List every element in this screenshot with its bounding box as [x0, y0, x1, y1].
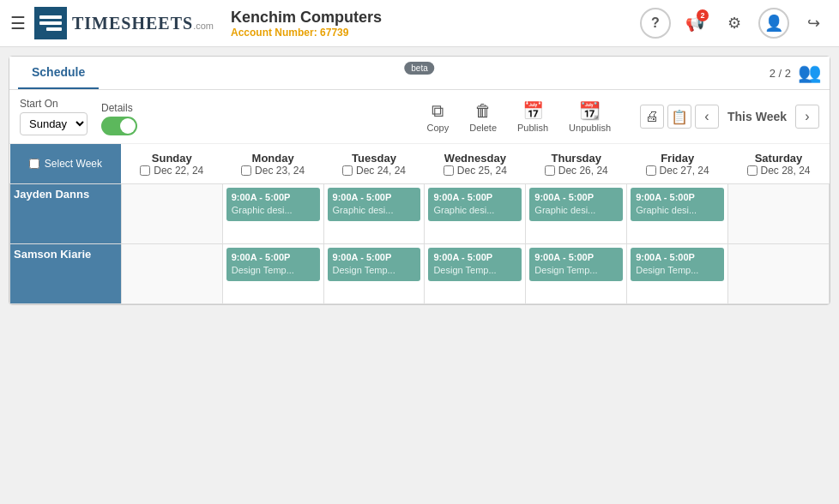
col-thursday: Thursday Dec 26, 24 — [526, 144, 627, 184]
employee-name: Jayden Danns — [10, 184, 122, 244]
tab-right: 2 / 2 👥 — [770, 62, 821, 84]
schedule-table: Select Week Sunday Dec 22, 24 Monday Dec… — [9, 144, 830, 304]
copy-icon: ⧉ — [432, 101, 444, 121]
hamburger-button[interactable]: ☰ — [10, 13, 26, 33]
shift-block[interactable]: 9:00A - 5:00P Graphic desi... — [428, 188, 522, 221]
notification-badge: 2 — [697, 9, 709, 21]
tab-schedule[interactable]: Schedule — [18, 57, 99, 89]
employee-name: Samson Kiarie — [10, 244, 122, 304]
logo-text: TimeSheets.com — [72, 14, 214, 33]
calendar-button[interactable]: 📋 — [667, 105, 691, 129]
shift-block[interactable]: 9:00A - 5:00P Graphic desi... — [226, 188, 320, 221]
tab-header: Schedule beta 2 / 2 👥 — [9, 57, 830, 90]
schedule-card: Schedule beta 2 / 2 👥 Start On Sunday De… — [9, 56, 830, 305]
toolbar-actions: ⧉ Copy 🗑 Delete 📅 Publish 📆 Unpublish — [419, 97, 619, 136]
delete-button[interactable]: 🗑 Delete — [461, 98, 505, 136]
details-label: Details — [101, 102, 137, 114]
shift-cell-monday[interactable]: 9:00A - 5:00P Graphic desi... — [222, 184, 323, 244]
publish-icon: 📅 — [522, 100, 544, 121]
settings-button[interactable]: ⚙ — [719, 8, 750, 39]
trash-icon: 🗑 — [474, 101, 492, 121]
shift-cell-tuesday[interactable]: 9:00A - 5:00P Design Temp... — [323, 244, 425, 304]
help-button[interactable]: ? — [640, 8, 671, 39]
table-row: Samson Kiarie 9:00A - 5:00P Design Temp.… — [10, 244, 830, 304]
shift-block[interactable]: 9:00A - 5:00P Design Temp... — [428, 248, 522, 281]
shift-block[interactable]: 9:00A - 5:00P Design Temp... — [226, 248, 320, 281]
company-info: Kenchim Computers Account Number: 67739 — [231, 9, 640, 39]
shift-cell-saturday[interactable] — [728, 244, 830, 304]
unpublish-icon: 📆 — [579, 100, 601, 121]
start-on-label: Start On — [20, 98, 88, 110]
publish-button[interactable]: 📅 Publish — [509, 97, 557, 136]
start-on-select[interactable]: Sunday — [20, 112, 88, 135]
logout-button[interactable]: ↪ — [798, 8, 829, 39]
toolbar-right: 🖨 📋 ‹ This Week › — [640, 105, 819, 129]
select-week-header: Select Week — [10, 144, 122, 184]
col-friday: Friday Dec 27, 24 — [627, 144, 728, 184]
wednesday-checkbox[interactable] — [444, 165, 454, 176]
shift-block[interactable]: 9:00A - 5:00P Design Temp... — [328, 248, 421, 281]
table-header-row: Select Week Sunday Dec 22, 24 Monday Dec… — [10, 144, 830, 184]
details-toggle[interactable] — [101, 117, 137, 135]
next-week-button[interactable]: › — [795, 105, 819, 129]
toolbar: Start On Sunday Details ⧉ Copy — [9, 90, 830, 144]
col-sunday: Sunday Dec 22, 24 — [121, 144, 222, 184]
toggle-knob — [120, 118, 136, 134]
unpublish-button[interactable]: 📆 Unpublish — [560, 97, 619, 136]
col-monday: Monday Dec 23, 24 — [222, 144, 323, 184]
shift-cell-wednesday[interactable]: 9:00A - 5:00P Design Temp... — [425, 244, 526, 304]
profile-button[interactable]: 👤 — [758, 8, 789, 39]
shift-cell-monday[interactable]: 9:00A - 5:00P Design Temp... — [222, 244, 323, 304]
shift-cell-friday[interactable]: 9:00A - 5:00P Graphic desi... — [627, 184, 728, 244]
start-on-group: Start On Sunday — [20, 98, 88, 135]
account-number: Account Number: 67739 — [231, 27, 640, 39]
shift-block[interactable]: 9:00A - 5:00P Graphic desi... — [631, 188, 724, 221]
table-row: Jayden Danns 9:00A - 5:00P Graphic desi.… — [10, 184, 830, 244]
sunday-checkbox[interactable] — [140, 165, 150, 176]
shift-block[interactable]: 9:00A - 5:00P Graphic desi... — [529, 188, 623, 221]
shift-cell-friday[interactable]: 9:00A - 5:00P Design Temp... — [627, 244, 728, 304]
shift-block[interactable]: 9:00A - 5:00P Design Temp... — [529, 248, 623, 281]
shift-cell-saturday[interactable] — [728, 184, 830, 244]
shift-cell-sunday[interactable] — [121, 184, 222, 244]
col-tuesday: Tuesday Dec 24, 24 — [323, 144, 425, 184]
shift-cell-wednesday[interactable]: 9:00A - 5:00P Graphic desi... — [425, 184, 526, 244]
toolbar-left: Start On Sunday Details — [20, 98, 137, 135]
main-content: Schedule beta 2 / 2 👥 Start On Sunday De… — [0, 47, 839, 314]
copy-button[interactable]: ⧉ Copy — [419, 98, 458, 136]
tuesday-checkbox[interactable] — [342, 165, 353, 176]
group-icon[interactable]: 👥 — [798, 62, 821, 84]
monday-checkbox[interactable] — [241, 165, 251, 176]
shift-block[interactable]: 9:00A - 5:00P Design Temp... — [631, 248, 724, 281]
shift-cell-sunday[interactable] — [121, 244, 222, 304]
company-name: Kenchim Computers — [231, 9, 640, 27]
shift-cell-thursday[interactable]: 9:00A - 5:00P Graphic desi... — [526, 184, 627, 244]
select-week-label: Select Week — [45, 158, 102, 170]
details-group: Details — [101, 102, 137, 135]
prev-week-button[interactable]: ‹ — [695, 105, 719, 129]
header: ☰ TimeSheets.com Kenchim Computers Accou… — [0, 0, 839, 47]
print-button[interactable]: 🖨 — [640, 105, 664, 129]
shift-cell-thursday[interactable]: 9:00A - 5:00P Design Temp... — [526, 244, 627, 304]
shift-block[interactable]: 9:00A - 5:00P Graphic desi... — [328, 188, 421, 221]
beta-badge: beta — [404, 62, 434, 75]
saturday-checkbox[interactable] — [747, 165, 758, 176]
week-label: This Week — [722, 110, 792, 123]
notifications-button[interactable]: 📢 2 — [679, 8, 710, 39]
pagination: 2 / 2 — [770, 67, 791, 80]
header-icons: ? 📢 2 ⚙ 👤 ↪ — [640, 8, 829, 39]
col-saturday: Saturday Dec 28, 24 — [728, 144, 830, 184]
shift-cell-tuesday[interactable]: 9:00A - 5:00P Graphic desi... — [323, 184, 425, 244]
logo: TimeSheets.com — [34, 7, 214, 39]
col-wednesday: Wednesday Dec 25, 24 — [425, 144, 526, 184]
select-week-checkbox[interactable] — [29, 159, 39, 169]
thursday-checkbox[interactable] — [545, 165, 555, 176]
friday-checkbox[interactable] — [646, 165, 656, 176]
logo-icon — [34, 7, 67, 39]
